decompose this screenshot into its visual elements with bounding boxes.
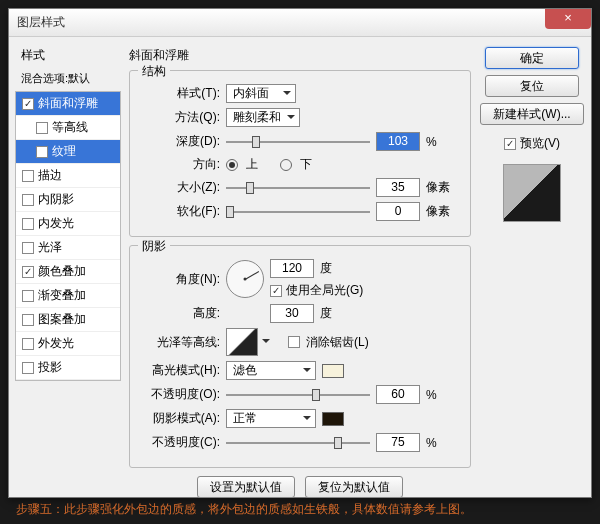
direction-label: 方向: [140, 156, 220, 173]
size-slider[interactable] [226, 179, 370, 197]
style-item-0[interactable]: 斜面和浮雕 [16, 92, 120, 116]
style-item-checkbox[interactable] [22, 98, 34, 110]
style-list: 斜面和浮雕等高线纹理描边内阴影内发光光泽颜色叠加渐变叠加图案叠加外发光投影 [15, 91, 121, 381]
contour-picker[interactable] [226, 328, 258, 356]
style-item-3[interactable]: 描边 [16, 164, 120, 188]
titlebar[interactable]: 图层样式 × [9, 9, 591, 37]
direction-up-label: 上 [246, 156, 258, 173]
soften-unit: 像素 [426, 203, 460, 220]
opacity1-slider[interactable] [226, 386, 370, 404]
direction-down-label: 下 [300, 156, 312, 173]
style-item-label: 内发光 [38, 215, 74, 232]
soften-input[interactable]: 0 [376, 202, 420, 221]
highlight-mode-select[interactable]: 滤色 [226, 361, 316, 380]
style-item-checkbox[interactable] [36, 146, 48, 158]
highlight-color-swatch[interactable] [322, 364, 344, 378]
shadow-color-swatch[interactable] [322, 412, 344, 426]
style-item-checkbox[interactable] [22, 266, 34, 278]
style-item-2[interactable]: 纹理 [16, 140, 120, 164]
close-button[interactable]: × [545, 9, 591, 29]
size-label: 大小(Z): [140, 179, 220, 196]
global-light-label: 使用全局光(G) [286, 282, 363, 299]
style-item-label: 图案叠加 [38, 311, 86, 328]
make-default-button[interactable]: 设置为默认值 [197, 476, 295, 498]
styles-sidebar: 样式 混合选项:默认 斜面和浮雕等高线纹理描边内阴影内发光光泽颜色叠加渐变叠加图… [15, 43, 121, 493]
style-item-5[interactable]: 内发光 [16, 212, 120, 236]
section-title: 斜面和浮雕 [129, 43, 471, 66]
altitude-input[interactable]: 30 [270, 304, 314, 323]
size-input[interactable]: 35 [376, 178, 420, 197]
style-item-label: 光泽 [38, 239, 62, 256]
style-item-label: 等高线 [52, 119, 88, 136]
altitude-unit: 度 [320, 305, 332, 322]
style-item-label: 纹理 [52, 143, 76, 160]
style-item-checkbox[interactable] [22, 170, 34, 182]
direction-down-radio[interactable] [280, 159, 292, 171]
depth-label: 深度(D): [140, 133, 220, 150]
shadow-fieldset: 阴影 角度(N): 120 度 使用全局光(G) [129, 245, 471, 468]
opacity2-label: 不透明度(C): [140, 434, 220, 451]
style-item-checkbox[interactable] [22, 338, 34, 350]
style-item-checkbox[interactable] [22, 218, 34, 230]
style-item-8[interactable]: 渐变叠加 [16, 284, 120, 308]
preview-checkbox[interactable] [504, 138, 516, 150]
highlight-mode-label: 高光模式(H): [140, 362, 220, 379]
settings-panel: 斜面和浮雕 结构 样式(T): 内斜面 方法(Q): 雕刻柔和 深度(D): 1… [121, 43, 479, 493]
style-item-label: 斜面和浮雕 [38, 95, 98, 112]
layer-style-dialog: 图层样式 × 样式 混合选项:默认 斜面和浮雕等高线纹理描边内阴影内发光光泽颜色… [8, 8, 592, 498]
antialias-label: 消除锯齿(L) [306, 334, 369, 351]
cancel-button[interactable]: 复位 [485, 75, 579, 97]
style-item-checkbox[interactable] [22, 242, 34, 254]
style-item-7[interactable]: 颜色叠加 [16, 260, 120, 284]
altitude-label: 高度: [140, 305, 220, 322]
style-label: 样式(T): [140, 85, 220, 102]
style-item-checkbox[interactable] [22, 290, 34, 302]
opacity1-label: 不透明度(O): [140, 386, 220, 403]
shadow-mode-select[interactable]: 正常 [226, 409, 316, 428]
style-item-1[interactable]: 等高线 [16, 116, 120, 140]
style-item-label: 描边 [38, 167, 62, 184]
style-item-label: 渐变叠加 [38, 287, 86, 304]
opacity2-slider[interactable] [226, 434, 370, 452]
style-item-label: 内阴影 [38, 191, 74, 208]
right-panel: 确定 复位 新建样式(W)... 预览(V) [479, 43, 585, 493]
angle-input[interactable]: 120 [270, 259, 314, 278]
global-light-checkbox[interactable] [270, 285, 282, 297]
direction-up-radio[interactable] [226, 159, 238, 171]
style-select[interactable]: 内斜面 [226, 84, 296, 103]
style-item-checkbox[interactable] [22, 362, 34, 374]
new-style-button[interactable]: 新建样式(W)... [480, 103, 583, 125]
style-item-label: 颜色叠加 [38, 263, 86, 280]
method-label: 方法(Q): [140, 109, 220, 126]
style-item-checkbox[interactable] [22, 194, 34, 206]
style-item-checkbox[interactable] [36, 122, 48, 134]
style-item-10[interactable]: 外发光 [16, 332, 120, 356]
opacity2-input[interactable]: 75 [376, 433, 420, 452]
style-item-6[interactable]: 光泽 [16, 236, 120, 260]
depth-unit: % [426, 135, 460, 149]
style-item-label: 外发光 [38, 335, 74, 352]
antialias-checkbox[interactable] [288, 336, 300, 348]
depth-input[interactable]: 103 [376, 132, 420, 151]
reset-default-button[interactable]: 复位为默认值 [305, 476, 403, 498]
depth-slider[interactable] [226, 133, 370, 151]
style-item-4[interactable]: 内阴影 [16, 188, 120, 212]
style-item-label: 投影 [38, 359, 62, 376]
angle-unit: 度 [320, 260, 332, 277]
angle-control[interactable] [226, 260, 264, 298]
opacity1-input[interactable]: 60 [376, 385, 420, 404]
size-unit: 像素 [426, 179, 460, 196]
sidebar-heading: 样式 [15, 43, 121, 68]
structure-fieldset: 结构 样式(T): 内斜面 方法(Q): 雕刻柔和 深度(D): 103 % 方… [129, 70, 471, 237]
window-title: 图层样式 [17, 14, 65, 31]
style-item-checkbox[interactable] [22, 314, 34, 326]
preview-label: 预览(V) [520, 135, 560, 152]
style-item-9[interactable]: 图案叠加 [16, 308, 120, 332]
soften-label: 软化(F): [140, 203, 220, 220]
opacity2-unit: % [426, 436, 460, 450]
method-select[interactable]: 雕刻柔和 [226, 108, 300, 127]
style-item-11[interactable]: 投影 [16, 356, 120, 380]
blend-options[interactable]: 混合选项:默认 [15, 68, 121, 89]
soften-slider[interactable] [226, 203, 370, 221]
ok-button[interactable]: 确定 [485, 47, 579, 69]
